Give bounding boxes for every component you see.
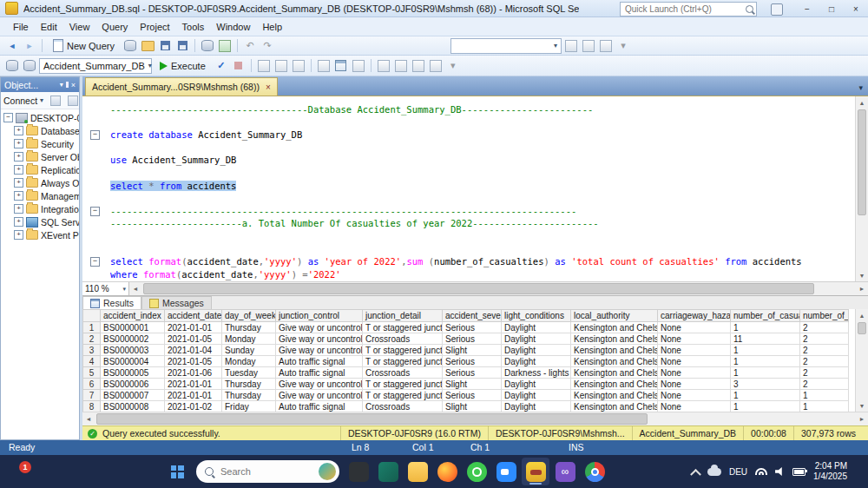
- menu-item-view[interactable]: View: [63, 19, 96, 35]
- stop-icon[interactable]: [65, 93, 81, 109]
- grid-cell[interactable]: Kensington and Chelsea: [571, 379, 658, 390]
- comment-lines-icon[interactable]: [376, 58, 391, 74]
- quick-launch-input[interactable]: [623, 3, 729, 15]
- grid-cell[interactable]: Kensington and Chelsea: [571, 333, 658, 345]
- grid-cell[interactable]: Crossroads: [363, 367, 443, 379]
- grid-cell[interactable]: Give way or uncontrolled: [276, 322, 363, 333]
- grid-cell[interactable]: Serious: [443, 356, 502, 367]
- grid-cell[interactable]: 2: [800, 345, 849, 356]
- grid-cell[interactable]: None: [658, 322, 731, 333]
- code-line[interactable]: use Accident_Summary_DB: [82, 154, 855, 167]
- scroll-left-icon[interactable]: ◄: [82, 412, 95, 425]
- grid-cell[interactable]: 2: [800, 356, 849, 367]
- onedrive-icon[interactable]: [707, 468, 721, 476]
- grid-cell[interactable]: Daylight: [502, 333, 571, 345]
- grid-cell[interactable]: Thursday: [222, 322, 276, 333]
- row-number[interactable]: 5: [83, 367, 101, 379]
- maximize-button[interactable]: □: [819, 0, 844, 17]
- code-lines[interactable]: ------------------------------------Data…: [82, 96, 855, 281]
- chrome-icon[interactable]: [581, 458, 608, 485]
- scrollbar-track[interactable]: [141, 282, 856, 295]
- code-line[interactable]: select * from accidents: [82, 180, 855, 193]
- minimize-button[interactable]: −: [795, 0, 819, 17]
- tab-list-chevron[interactable]: ▾: [858, 83, 868, 96]
- scrollbar-track[interactable]: [95, 412, 856, 425]
- row-number[interactable]: 8: [83, 401, 101, 412]
- grid-cell[interactable]: Friday: [222, 401, 276, 412]
- taskbar-search[interactable]: [196, 460, 339, 483]
- close-button[interactable]: ×: [844, 0, 868, 17]
- redo-icon[interactable]: ↷: [260, 38, 275, 54]
- scroll-up-icon[interactable]: ▲: [856, 309, 868, 321]
- code-line[interactable]: −---------------------------------------…: [82, 205, 855, 218]
- scroll-down-icon[interactable]: ▼: [856, 269, 868, 281]
- nav-forward-icon[interactable]: ►: [22, 38, 37, 54]
- grid-cell[interactable]: 1: [731, 356, 800, 367]
- scroll-down-icon[interactable]: ▼: [856, 399, 868, 412]
- toolbar-options-chevron[interactable]: ▾: [445, 58, 461, 74]
- grid-cell[interactable]: Sunday: [222, 345, 276, 356]
- teal-app-icon[interactable]: [374, 458, 402, 485]
- grid-cell[interactable]: BS0000004: [101, 356, 165, 367]
- grid-cell[interactable]: T or staggered junction: [363, 322, 443, 333]
- column-header-accident_date[interactable]: accident_date: [165, 310, 222, 322]
- grid-cell[interactable]: 2: [800, 322, 849, 333]
- grid-cell[interactable]: Serious: [443, 367, 502, 379]
- grid-cell[interactable]: None: [658, 333, 731, 345]
- code-line[interactable]: [82, 167, 855, 180]
- grid-cell[interactable]: Daylight: [502, 322, 571, 333]
- grid-cell[interactable]: 2021-01-01: [165, 390, 222, 401]
- column-header-local_authority[interactable]: local_authority: [571, 310, 658, 322]
- grid-horizontal-scrollbar[interactable]: ◄ ►: [82, 412, 868, 425]
- grid-cell[interactable]: BS0000002: [101, 333, 165, 345]
- expand-icon[interactable]: +: [14, 165, 23, 175]
- grid-cell[interactable]: Tuesday: [222, 367, 276, 379]
- column-header-junction_control[interactable]: junction_control: [276, 310, 363, 322]
- tree-node-server[interactable]: −DESKTOP-0JF0SR9: [1, 111, 79, 124]
- properties-window-icon[interactable]: [598, 38, 614, 54]
- save-all-icon[interactable]: [174, 38, 190, 54]
- grid-cell[interactable]: BS0000005: [101, 367, 165, 379]
- include-client-statistics-icon[interactable]: [291, 58, 306, 74]
- grid-cell[interactable]: Kensington and Chelsea: [571, 401, 658, 412]
- close-tab-icon[interactable]: ×: [266, 82, 271, 92]
- grid-cell[interactable]: None: [658, 379, 731, 390]
- grid-cell[interactable]: Daylight: [502, 401, 571, 412]
- increase-indent-icon[interactable]: [428, 58, 444, 74]
- find-icon[interactable]: [563, 38, 579, 54]
- taskbar-clock[interactable]: 2:04 PM 1/4/2025: [813, 461, 847, 483]
- grid-cell[interactable]: 3: [731, 379, 800, 390]
- grid-cell[interactable]: Monday: [222, 333, 276, 345]
- scrollbar-thumb[interactable]: [143, 283, 814, 294]
- feedback-icon[interactable]: [771, 3, 783, 16]
- language-indicator[interactable]: DEU: [729, 467, 747, 477]
- grid-cell[interactable]: BS0000003: [101, 345, 165, 356]
- row-number[interactable]: 4: [83, 356, 101, 367]
- column-header-junction_detail[interactable]: junction_detail: [363, 310, 443, 322]
- grid-cell[interactable]: 11: [731, 333, 800, 345]
- expand-icon[interactable]: +: [14, 230, 23, 240]
- object-explorer-header[interactable]: Object... ▾ ×: [1, 77, 79, 92]
- scrollbar-thumb[interactable]: [858, 322, 866, 334]
- grid-cell[interactable]: None: [658, 345, 731, 356]
- grid-cell[interactable]: 1: [731, 367, 800, 379]
- battery-icon[interactable]: [792, 468, 806, 476]
- grid-cell[interactable]: Daylight: [502, 345, 571, 356]
- tree-node-databases[interactable]: +Databases: [1, 124, 79, 137]
- menu-item-project[interactable]: Project: [134, 19, 175, 35]
- code-line[interactable]: ------------------------a. Total Number …: [82, 217, 855, 230]
- tree-node-sql-server-agent[interactable]: +SQL Server Agent: [1, 215, 79, 228]
- expand-icon[interactable]: +: [14, 191, 23, 201]
- file-explorer-icon[interactable]: [404, 458, 431, 485]
- grid-cell[interactable]: 1: [731, 401, 800, 412]
- column-header-number_of_[interactable]: number_of_: [800, 310, 849, 322]
- zoom-icon[interactable]: [492, 458, 520, 485]
- grid-cell[interactable]: 1: [800, 401, 849, 412]
- registered-servers-icon[interactable]: [200, 38, 215, 54]
- ssms-icon[interactable]: [522, 458, 549, 485]
- nav-backward-icon[interactable]: ◄: [4, 38, 20, 54]
- grid-cell[interactable]: Crossroads: [363, 401, 443, 412]
- grid-cell[interactable]: Auto traffic signal: [276, 401, 363, 412]
- taskbar-search-input[interactable]: [219, 465, 300, 478]
- tree-node-server-objects[interactable]: +Server Objects: [1, 150, 79, 163]
